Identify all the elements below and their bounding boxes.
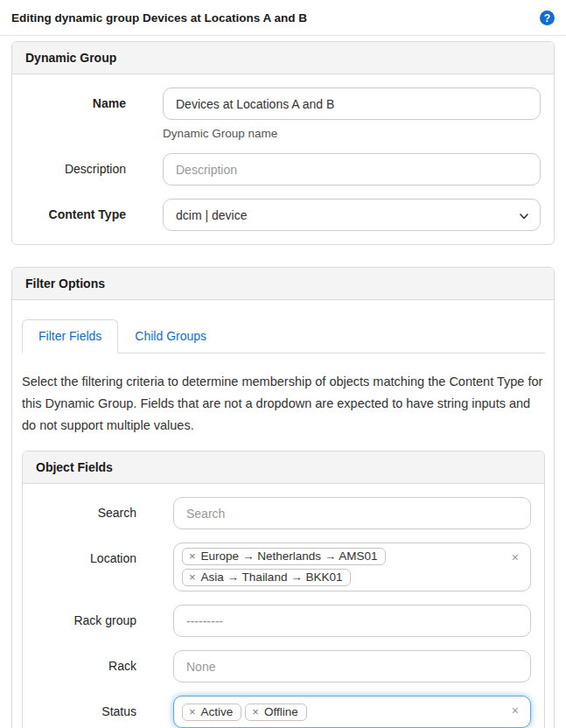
location-tag: × Asia → Thailand → BKK01 — [182, 569, 351, 586]
rack-input[interactable] — [173, 650, 531, 682]
rack-group-control — [173, 605, 531, 637]
description-row: Description — [25, 153, 541, 186]
remove-tag-icon[interactable]: × — [189, 550, 196, 562]
name-label: Name — [25, 88, 126, 110]
dynamic-group-panel-body: Name Dynamic Group name Description Cont… — [12, 74, 554, 244]
clear-field-icon[interactable]: × — [512, 704, 519, 717]
status-multiselect[interactable]: × Active × Offline × — [173, 696, 531, 728]
filter-tabs: Filter Fields Child Groups — [22, 319, 545, 354]
object-fields-panel-heading: Object Fields — [23, 452, 544, 484]
name-row: Name Dynamic Group name — [25, 88, 541, 140]
object-fields-panel-body: Search Location × Europe → Netherlands →… — [23, 484, 544, 728]
location-tag-label: Europe → Netherlands → AMS01 — [201, 550, 378, 563]
location-label: Location — [36, 542, 136, 565]
location-tag: × Europe → Netherlands → AMS01 — [182, 548, 386, 565]
rack-group-label: Rack group — [36, 605, 136, 627]
content-type-selected-value: dcim | device — [176, 208, 247, 222]
filter-options-panel-body: Filter Fields Child Groups Select the fi… — [12, 300, 554, 728]
status-control: × Active × Offline × — [173, 696, 531, 728]
page-title: Editing dynamic group Devices at Locatio… — [11, 11, 307, 24]
location-multiselect[interactable]: × Europe → Netherlands → AMS01 × Asia → … — [173, 542, 531, 592]
search-row: Search — [36, 497, 531, 529]
tab-filter-fields-label[interactable]: Filter Fields — [22, 319, 118, 354]
status-tag: × Offline — [245, 704, 306, 721]
description-label: Description — [25, 153, 126, 176]
tab-child-groups[interactable]: Child Groups — [118, 319, 223, 354]
search-control — [173, 497, 531, 529]
location-tag-label: Asia → Thailand → BKK01 — [201, 570, 343, 584]
chevron-down-icon — [519, 211, 529, 221]
content-type-select[interactable]: dcim | device — [163, 199, 541, 231]
description-control — [163, 153, 541, 186]
name-input[interactable] — [163, 88, 541, 120]
help-icon[interactable]: ? — [540, 10, 555, 25]
tab-filter-fields[interactable]: Filter Fields — [22, 319, 118, 354]
name-control: Dynamic Group name — [163, 88, 541, 140]
description-input[interactable] — [163, 153, 541, 186]
object-fields-panel: Object Fields Search Location × Europe — [22, 451, 545, 728]
content-type-label: Content Type — [25, 199, 126, 221]
dynamic-group-panel: Dynamic Group Name Dynamic Group name De… — [11, 41, 555, 245]
rack-control — [173, 650, 531, 682]
dynamic-group-panel-heading: Dynamic Group — [12, 42, 554, 74]
content-type-control: dcim | device — [163, 199, 541, 231]
page-header: Editing dynamic group Devices at Locatio… — [0, 0, 566, 36]
filter-options-panel-heading: Filter Options — [12, 268, 554, 300]
remove-tag-icon[interactable]: × — [189, 571, 196, 583]
filter-options-panel: Filter Options Filter Fields Child Group… — [11, 267, 555, 728]
tab-child-groups-label[interactable]: Child Groups — [118, 319, 223, 354]
search-input[interactable] — [173, 497, 531, 529]
rack-group-input[interactable] — [173, 605, 531, 637]
name-help-text: Dynamic Group name — [163, 127, 541, 140]
status-label: Status — [36, 696, 136, 718]
status-tag: × Active — [182, 704, 241, 721]
location-row: Location × Europe → Netherlands → AMS01 … — [36, 542, 531, 592]
content-type-row: Content Type dcim | device — [25, 199, 541, 231]
clear-field-icon[interactable]: × — [512, 551, 519, 564]
rack-group-row: Rack group — [36, 605, 531, 637]
remove-tag-icon[interactable]: × — [189, 706, 196, 718]
status-row: Status × Active × Offline × — [36, 696, 531, 728]
remove-tag-icon[interactable]: × — [252, 706, 259, 718]
location-control: × Europe → Netherlands → AMS01 × Asia → … — [173, 542, 531, 592]
filter-intro-text: Select the filtering criteria to determi… — [22, 371, 545, 437]
status-tag-label: Active — [201, 705, 234, 718]
search-label: Search — [36, 497, 136, 520]
rack-label: Rack — [36, 650, 136, 673]
rack-row: Rack — [36, 650, 531, 682]
status-tag-label: Offline — [264, 705, 298, 718]
